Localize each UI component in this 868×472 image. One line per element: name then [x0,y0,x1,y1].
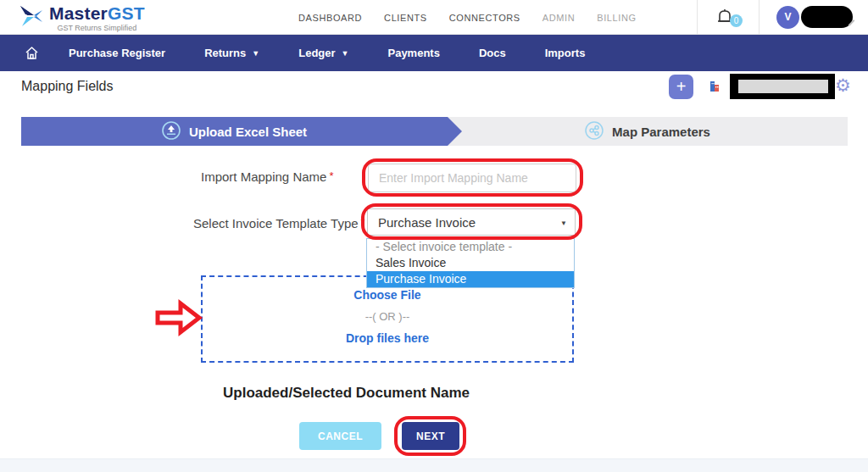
logo-word-gst: GST [108,3,145,23]
top-header: MasterGST GST Returns Simplified DASHBOA… [0,0,868,35]
wizard-steps: Upload Excel Sheet Map Parameters [21,117,848,146]
invoice-template-type-label: Select Invoice Template Type* [193,216,365,230]
step-map-parameters[interactable]: Map Parameters [448,117,848,146]
map-parameters-icon [585,121,604,142]
notification-badge: 0 [730,14,743,27]
add-button[interactable]: + [669,75,693,99]
navbar-item-returns[interactable]: Returns▼ [185,47,279,59]
company-icon[interactable] [702,74,727,99]
topnav-dashboard[interactable]: DASHBOARD [298,13,362,23]
import-mapping-name-input[interactable] [368,164,576,192]
topnav-billing[interactable]: BILLING [597,13,636,23]
navbar-item-docs[interactable]: Docs [459,47,526,59]
navbar-item-imports[interactable]: Imports [526,47,605,59]
invoice-template-dropdown: - Select invoice template - Sales Invoic… [366,238,575,288]
redacted-company-name [730,74,835,99]
home-icon[interactable] [25,46,39,64]
navbar-items: Purchase Register Returns▼ Ledger▼ Payme… [49,35,604,71]
header-divider [697,0,698,35]
step-label: Upload Excel Sheet [189,125,307,139]
logo-word-master: Master [49,3,108,23]
chevron-down-icon: ▼ [252,49,259,58]
logo[interactable]: MasterGST GST Returns Simplified [17,3,145,33]
dropdown-option-sales-invoice[interactable]: Sales Invoice [367,255,574,271]
page-title: Mapping Fields [21,79,114,94]
topnav-connectors[interactable]: CONNECTORS [449,13,520,23]
top-nav: DASHBOARD CLIENTS CONNECTORS ADMIN BILLI… [298,0,637,35]
required-asterisk: * [361,216,365,229]
logo-text: MasterGST GST Returns Simplified [49,4,145,32]
app-window: MasterGST GST Returns Simplified DASHBOA… [0,0,868,472]
navbar-item-payments[interactable]: Payments [368,47,459,59]
navbar-item-purchase-register[interactable]: Purchase Register [49,47,185,59]
navbar-item-ledger[interactable]: Ledger▼ [279,47,368,59]
upload-icon [162,121,181,142]
document-name-heading: Uploaded/Selected Document Name [223,385,470,402]
import-mapping-name-label: Import Mapping Name* [201,169,333,184]
invoice-template-type-select[interactable]: Purchase Invoice ▼ [367,208,576,236]
dropdown-option-purchase-invoice[interactable]: Purchase Invoice [367,271,574,287]
redacted-username [801,6,853,28]
cancel-button[interactable]: CANCEL [299,422,381,450]
main-navbar: Purchase Register Returns▼ Ledger▼ Payme… [0,35,868,71]
topnav-clients[interactable]: CLIENTS [384,13,427,23]
mastergst-logo-icon [17,3,44,33]
logo-subtitle: GST Returns Simplified [49,24,145,32]
next-button[interactable]: NEXT [402,422,459,450]
chevron-down-icon: ▼ [560,219,567,227]
step-upload-excel-sheet[interactable]: Upload Excel Sheet [21,117,448,146]
topnav-admin[interactable]: ADMIN [542,13,575,23]
drop-files-here-label: Drop files here [203,331,572,345]
gear-icon[interactable]: ⚙ [835,73,851,98]
footer-strip [0,458,868,472]
choose-file-link[interactable]: Choose File [203,288,572,302]
or-separator: --( OR )-- [203,310,572,323]
chevron-down-icon: ▼ [342,49,349,58]
step-label: Map Parameters [612,125,710,139]
user-avatar[interactable]: V [776,6,799,29]
select-value: Purchase Invoice [378,215,476,230]
required-asterisk: * [329,169,333,182]
header-divider [759,0,760,35]
dropdown-option-placeholder[interactable]: - Select invoice template - [367,239,574,255]
red-arrow-annotation [154,298,203,341]
file-dropzone[interactable]: Choose File --( OR )-- Drop files here [201,275,574,363]
